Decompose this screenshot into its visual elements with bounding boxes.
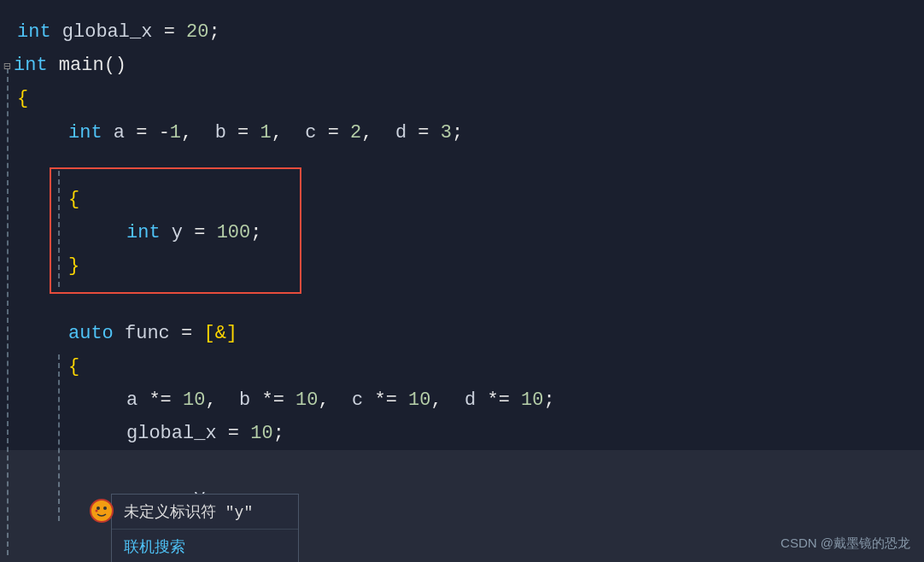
op-12a: *= (149, 385, 171, 415)
op-7: = (194, 218, 205, 248)
error-tooltip: 未定义标识符 "y" 联机搜索 (111, 494, 299, 562)
minus-1: - (159, 118, 170, 148)
parens-main: () (104, 50, 126, 80)
line-10-func: func (114, 319, 181, 348)
comma-4b: , (272, 118, 283, 148)
op-4a: = (136, 118, 147, 148)
svg-point-3 (96, 510, 98, 512)
code-line-2: ⊟ int main () (0, 49, 924, 82)
num-4d: 3 (441, 118, 452, 148)
op-1: = (164, 17, 175, 47)
space-12b (284, 385, 295, 415)
cursor-emoji-icon (90, 499, 114, 523)
tooltip-online-search-link[interactable]: 联机搜索 (112, 530, 298, 562)
num-4b: 1 (260, 118, 271, 148)
open-brace-lambda: { (68, 352, 79, 382)
keyword-auto: auto (68, 319, 114, 348)
op-4c: = (328, 118, 339, 148)
line-2-text (48, 50, 59, 80)
code-line-13: global_x = 10 ; (0, 417, 924, 450)
comma-12c: , (430, 385, 442, 415)
comma-4c: , (361, 118, 372, 148)
space-12c (397, 385, 408, 415)
fold-marker-2[interactable]: ⊟ (3, 57, 10, 71)
line-7-y: y (161, 218, 195, 248)
open-brace-main: { (17, 84, 28, 114)
comma-12b: , (318, 385, 329, 415)
num-4c: 2 (350, 118, 361, 148)
semi-4: ; (452, 118, 463, 148)
line-12-a: a (126, 385, 149, 415)
line-1-text2 (175, 17, 186, 47)
code-line-4: int a = - 1 , b = 1 , c = 2 , d = 3 ; (0, 116, 924, 149)
op-12d: *= (488, 385, 510, 415)
num-1: 20 (186, 17, 208, 47)
space-12a (172, 385, 183, 415)
semi-13: ; (273, 419, 284, 448)
svg-point-1 (96, 506, 100, 510)
space-7 (205, 218, 216, 248)
keyword-int-4: int (68, 118, 102, 148)
keyword-int-1: int (17, 17, 51, 47)
line-12-b: b (217, 385, 262, 415)
space-10 (192, 319, 203, 348)
num-13: 10 (250, 419, 272, 448)
tooltip-error-message: 未定义标识符 "y" (112, 495, 298, 530)
semi-7: ; (250, 218, 261, 248)
line-12-c: c (330, 385, 375, 415)
keyword-int-7: int (126, 218, 161, 248)
line-1-text: global_x (51, 17, 164, 47)
op-13: = (228, 419, 239, 448)
num-12c: 10 (408, 385, 430, 415)
space-12d (510, 385, 521, 415)
num-12a: 10 (183, 385, 205, 415)
code-line-7: int y = 100 ; (0, 216, 924, 249)
line-4-neg (147, 118, 158, 148)
code-line-9 (0, 284, 924, 317)
code-line-3: { (0, 82, 924, 115)
code-line-5 (0, 149, 924, 183)
num-12b: 10 (295, 385, 318, 415)
line-12-d: d (442, 385, 488, 415)
comma-4a: , (181, 118, 192, 148)
func-name-main: main (59, 50, 104, 80)
op-10: = (181, 319, 192, 348)
op-4d: = (418, 118, 429, 148)
line-4-c: c (283, 118, 328, 148)
watermark-text: CSDN @戴墨镜的恐龙 (781, 536, 910, 552)
code-line-12: a *= 10 , b *= 10 , c *= 10 , d *= 10 ; (0, 383, 924, 417)
code-line-11: { (0, 350, 924, 383)
line-4-d: d (372, 118, 418, 148)
line-4-b: b (192, 118, 237, 148)
code-line-10: auto func = [&] (0, 317, 924, 350)
svg-point-2 (103, 506, 107, 510)
code-editor: int global_x = 20 ; ⊟ int main () { int … (0, 0, 924, 562)
space-13 (239, 419, 250, 448)
num-12d: 10 (521, 385, 543, 415)
keyword-int-2: int (14, 50, 48, 80)
code-line-8: } (0, 249, 924, 283)
space-4b (249, 118, 260, 148)
semi-12: ; (544, 385, 555, 415)
comma-12a: , (205, 385, 216, 415)
code-line-1: int global_x = 20 ; (0, 15, 924, 49)
lambda-capture: [&] (203, 319, 237, 348)
op-4b: = (237, 118, 249, 148)
space-4d (430, 118, 441, 148)
op-12b: *= (261, 385, 284, 415)
num-4a: 1 (170, 118, 181, 148)
svg-point-0 (91, 500, 113, 522)
code-line-6: { (0, 183, 924, 216)
semi-1: ; (208, 17, 219, 47)
line-13-gx: global_x (126, 419, 228, 448)
open-brace-block: { (68, 184, 79, 214)
line-4-a: a (102, 118, 137, 148)
op-12c: *= (374, 385, 396, 415)
close-brace-block: } (68, 251, 79, 281)
space-4c (339, 118, 350, 148)
num-7: 100 (217, 218, 251, 248)
